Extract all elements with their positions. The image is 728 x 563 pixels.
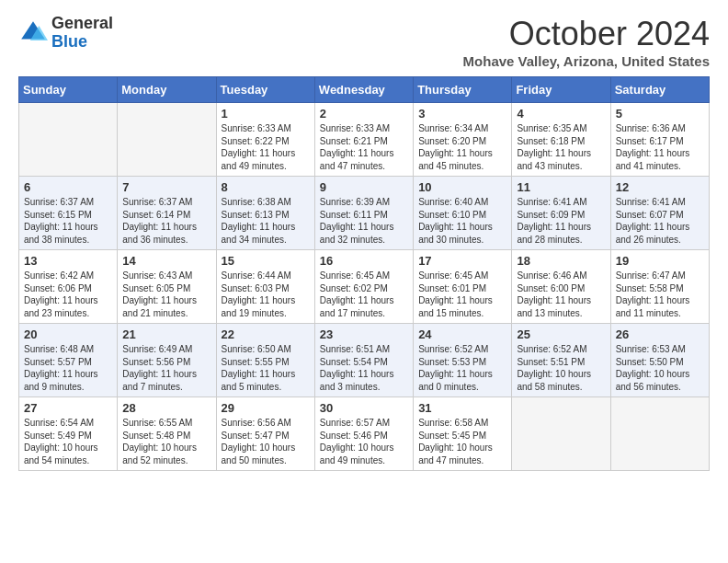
day-info: Sunrise: 6:37 AMSunset: 6:14 PMDaylight:…: [122, 196, 210, 246]
calendar-cell: [118, 103, 216, 177]
day-number: 31: [418, 401, 506, 415]
calendar-cell: 29Sunrise: 6:56 AMSunset: 5:47 PMDayligh…: [216, 397, 314, 471]
day-number: 24: [418, 327, 506, 341]
day-info: Sunrise: 6:41 AMSunset: 6:09 PMDaylight:…: [517, 196, 605, 246]
day-number: 27: [24, 401, 112, 415]
logo-icon: [18, 18, 48, 48]
day-info: Sunrise: 6:46 AMSunset: 6:00 PMDaylight:…: [517, 270, 605, 319]
logo-blue: Blue: [51, 33, 113, 52]
calendar-header-row: SundayMondayTuesdayWednesdayThursdayFrid…: [19, 77, 710, 103]
calendar-cell: 7Sunrise: 6:37 AMSunset: 6:14 PMDaylight…: [118, 177, 216, 250]
calendar-cell: 13Sunrise: 6:42 AMSunset: 6:06 PMDayligh…: [19, 250, 118, 324]
logo-general: General: [51, 15, 113, 33]
day-info: Sunrise: 6:45 AMSunset: 6:02 PMDaylight:…: [320, 270, 408, 319]
calendar-week-1: 1Sunrise: 6:33 AMSunset: 6:22 PMDaylight…: [19, 103, 710, 177]
calendar-header-friday: Friday: [512, 77, 610, 103]
calendar-header-thursday: Thursday: [414, 77, 512, 103]
day-number: 30: [320, 401, 408, 415]
day-number: 12: [616, 180, 704, 194]
calendar-header-wednesday: Wednesday: [314, 77, 413, 103]
day-info: Sunrise: 6:39 AMSunset: 6:11 PMDaylight:…: [320, 196, 408, 246]
day-info: Sunrise: 6:55 AMSunset: 5:48 PMDaylight:…: [122, 417, 210, 466]
day-number: 17: [418, 254, 506, 268]
calendar-header-monday: Monday: [118, 77, 216, 103]
day-info: Sunrise: 6:53 AMSunset: 5:50 PMDaylight:…: [616, 343, 704, 393]
location: Mohave Valley, Arizona, United States: [463, 53, 710, 69]
calendar-cell: 25Sunrise: 6:52 AMSunset: 5:51 PMDayligh…: [512, 324, 610, 397]
day-number: 8: [222, 180, 310, 194]
page-header: General Blue October 2024 Mohave Valley,…: [18, 15, 710, 69]
calendar-cell: 9Sunrise: 6:39 AMSunset: 6:11 PMDaylight…: [314, 177, 413, 250]
day-info: Sunrise: 6:35 AMSunset: 6:18 PMDaylight:…: [517, 122, 605, 172]
day-number: 25: [517, 327, 605, 341]
day-number: 6: [24, 180, 112, 194]
calendar-week-5: 27Sunrise: 6:54 AMSunset: 5:49 PMDayligh…: [19, 397, 710, 471]
day-info: Sunrise: 6:45 AMSunset: 6:01 PMDaylight:…: [418, 270, 506, 319]
day-info: Sunrise: 6:48 AMSunset: 5:57 PMDaylight:…: [24, 343, 112, 393]
calendar-cell: 19Sunrise: 6:47 AMSunset: 5:58 PMDayligh…: [610, 250, 709, 324]
day-number: 1: [222, 107, 310, 121]
day-info: Sunrise: 6:40 AMSunset: 6:10 PMDaylight:…: [418, 196, 506, 246]
day-info: Sunrise: 6:34 AMSunset: 6:20 PMDaylight:…: [418, 122, 506, 172]
calendar-cell: 8Sunrise: 6:38 AMSunset: 6:13 PMDaylight…: [216, 177, 314, 250]
calendar-header-tuesday: Tuesday: [216, 77, 314, 103]
calendar-cell: 4Sunrise: 6:35 AMSunset: 6:18 PMDaylight…: [512, 103, 610, 177]
day-number: 21: [122, 327, 210, 341]
day-info: Sunrise: 6:42 AMSunset: 6:06 PMDaylight:…: [24, 270, 112, 319]
calendar-cell: 12Sunrise: 6:41 AMSunset: 6:07 PMDayligh…: [610, 177, 709, 250]
calendar-cell: 16Sunrise: 6:45 AMSunset: 6:02 PMDayligh…: [314, 250, 413, 324]
calendar-cell: 28Sunrise: 6:55 AMSunset: 5:48 PMDayligh…: [118, 397, 216, 471]
day-number: 11: [517, 180, 605, 194]
day-number: 3: [418, 107, 506, 121]
day-number: 22: [222, 327, 310, 341]
title-block: October 2024 Mohave Valley, Arizona, Uni…: [463, 15, 710, 69]
day-number: 15: [222, 254, 310, 268]
day-info: Sunrise: 6:38 AMSunset: 6:13 PMDaylight:…: [222, 196, 310, 246]
day-number: 16: [320, 254, 408, 268]
calendar-cell: 11Sunrise: 6:41 AMSunset: 6:09 PMDayligh…: [512, 177, 610, 250]
calendar-cell: 18Sunrise: 6:46 AMSunset: 6:00 PMDayligh…: [512, 250, 610, 324]
month-title: October 2024: [463, 15, 710, 53]
calendar-cell: 22Sunrise: 6:50 AMSunset: 5:55 PMDayligh…: [216, 324, 314, 397]
day-number: 26: [616, 327, 704, 341]
day-info: Sunrise: 6:47 AMSunset: 5:58 PMDaylight:…: [616, 270, 704, 319]
day-info: Sunrise: 6:44 AMSunset: 6:03 PMDaylight:…: [222, 270, 310, 319]
day-number: 20: [24, 327, 112, 341]
day-info: Sunrise: 6:50 AMSunset: 5:55 PMDaylight:…: [222, 343, 310, 393]
calendar-cell: 23Sunrise: 6:51 AMSunset: 5:54 PMDayligh…: [314, 324, 413, 397]
calendar-week-2: 6Sunrise: 6:37 AMSunset: 6:15 PMDaylight…: [19, 177, 710, 250]
day-number: 18: [517, 254, 605, 268]
day-info: Sunrise: 6:58 AMSunset: 5:45 PMDaylight:…: [418, 417, 506, 466]
calendar-cell: 21Sunrise: 6:49 AMSunset: 5:56 PMDayligh…: [118, 324, 216, 397]
calendar-cell: 6Sunrise: 6:37 AMSunset: 6:15 PMDaylight…: [19, 177, 118, 250]
day-number: 5: [616, 107, 704, 121]
calendar-cell: 5Sunrise: 6:36 AMSunset: 6:17 PMDaylight…: [610, 103, 709, 177]
day-info: Sunrise: 6:52 AMSunset: 5:53 PMDaylight:…: [418, 343, 506, 393]
day-info: Sunrise: 6:49 AMSunset: 5:56 PMDaylight:…: [122, 343, 210, 393]
day-number: 7: [122, 180, 210, 194]
calendar-cell: 17Sunrise: 6:45 AMSunset: 6:01 PMDayligh…: [414, 250, 512, 324]
day-number: 23: [320, 327, 408, 341]
day-number: 10: [418, 180, 506, 194]
calendar-cell: 27Sunrise: 6:54 AMSunset: 5:49 PMDayligh…: [19, 397, 118, 471]
calendar-cell: 10Sunrise: 6:40 AMSunset: 6:10 PMDayligh…: [414, 177, 512, 250]
calendar-cell: [19, 103, 118, 177]
day-info: Sunrise: 6:41 AMSunset: 6:07 PMDaylight:…: [616, 196, 704, 246]
calendar-cell: 15Sunrise: 6:44 AMSunset: 6:03 PMDayligh…: [216, 250, 314, 324]
calendar-cell: 30Sunrise: 6:57 AMSunset: 5:46 PMDayligh…: [314, 397, 413, 471]
calendar-cell: 26Sunrise: 6:53 AMSunset: 5:50 PMDayligh…: [610, 324, 709, 397]
calendar-cell: 2Sunrise: 6:33 AMSunset: 6:21 PMDaylight…: [314, 103, 413, 177]
day-info: Sunrise: 6:33 AMSunset: 6:22 PMDaylight:…: [222, 122, 310, 172]
day-number: 9: [320, 180, 408, 194]
calendar-week-3: 13Sunrise: 6:42 AMSunset: 6:06 PMDayligh…: [19, 250, 710, 324]
day-info: Sunrise: 6:33 AMSunset: 6:21 PMDaylight:…: [320, 122, 408, 172]
day-number: 13: [24, 254, 112, 268]
logo: General Blue: [18, 15, 113, 52]
day-info: Sunrise: 6:37 AMSunset: 6:15 PMDaylight:…: [24, 196, 112, 246]
calendar-cell: 24Sunrise: 6:52 AMSunset: 5:53 PMDayligh…: [414, 324, 512, 397]
day-info: Sunrise: 6:56 AMSunset: 5:47 PMDaylight:…: [222, 417, 310, 466]
day-number: 2: [320, 107, 408, 121]
calendar-cell: [512, 397, 610, 471]
calendar-cell: 14Sunrise: 6:43 AMSunset: 6:05 PMDayligh…: [118, 250, 216, 324]
calendar-cell: 20Sunrise: 6:48 AMSunset: 5:57 PMDayligh…: [19, 324, 118, 397]
